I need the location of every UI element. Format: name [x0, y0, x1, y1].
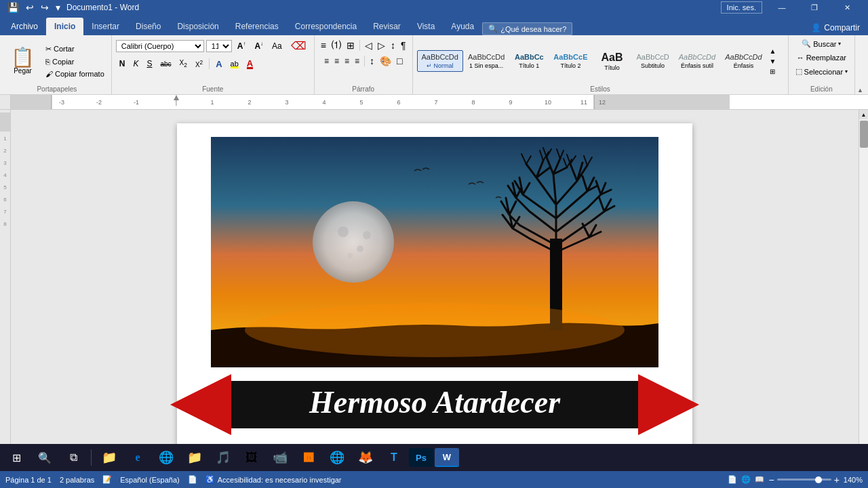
document-area[interactable]: Hermoso Atardecer [11, 110, 859, 471]
close-button[interactable]: ✕ [831, 0, 863, 15]
sign-in-button[interactable]: Inic. ses. [721, 1, 762, 14]
replace-button[interactable]: ↔ Reemplazar [794, 52, 849, 63]
minimize-button[interactable]: — [766, 0, 797, 15]
word-button[interactable]: W [435, 448, 459, 467]
page-info[interactable]: Página 1 de 1 [5, 476, 52, 484]
numbering-button[interactable]: ⑴ [330, 38, 343, 53]
tab-disposicion[interactable]: Disposición [169, 18, 226, 35]
video-button[interactable]: 📹 [267, 445, 294, 470]
ribbon-collapse-button[interactable]: ▲ [855, 86, 865, 94]
photoshop-button[interactable]: Ps [409, 448, 433, 467]
align-right-button[interactable]: ≡ [342, 55, 351, 67]
tab-inicio[interactable]: Inicio [46, 18, 83, 35]
track-changes-icon[interactable]: 📄 [188, 475, 197, 484]
accessibility-status[interactable]: ♿ Accesibilidad: es necesario investigar [205, 475, 342, 484]
image-container[interactable]: Hermoso Atardecer [211, 137, 658, 442]
spell-check-icon[interactable]: 📝 [102, 475, 112, 484]
find-dropdown-icon[interactable]: ▾ [838, 41, 841, 47]
music-button[interactable]: 🎵 [210, 445, 237, 470]
audacity-button[interactable]: 🅰 [295, 445, 322, 470]
tab-correspondencia[interactable]: Correspondencia [287, 18, 365, 35]
line-spacing-button[interactable]: ↕ [368, 54, 376, 68]
format-painter-button[interactable]: 🖌 Copiar formato [43, 68, 107, 79]
help-search-box[interactable]: 🔍 ¿Qué desea hacer? [482, 22, 572, 35]
font-size-select[interactable]: 11 [206, 40, 232, 52]
shading-button[interactable]: 🎨 [378, 54, 393, 68]
style-title2[interactable]: AaBbCcE Título 2 [549, 50, 592, 71]
zoom-slider[interactable] [777, 479, 831, 481]
save-icon[interactable]: 💾 [5, 2, 21, 13]
subscript-button[interactable]: X2 [176, 58, 191, 70]
tab-referencias[interactable]: Referencias [227, 18, 287, 35]
italic-button[interactable]: K [130, 58, 142, 70]
styles-scroll-up[interactable]: ▲ [768, 46, 778, 56]
superscript-button[interactable]: X2 [192, 58, 206, 70]
view-web-icon[interactable]: 🌐 [741, 475, 751, 484]
select-button[interactable]: ⬚ Seleccionar ▾ [793, 66, 850, 77]
scroll-thumb[interactable] [860, 121, 868, 148]
zoom-in-button[interactable]: + [834, 474, 840, 485]
cut-button[interactable]: ✂ Cortar [43, 43, 107, 55]
tab-insertar[interactable]: Insertar [83, 18, 127, 35]
restore-button[interactable]: ❐ [799, 0, 830, 15]
firefox-button[interactable]: 🦊 [352, 445, 379, 470]
view-read-icon[interactable]: 📖 [755, 475, 764, 484]
browser2-button[interactable]: 🌐 [323, 445, 351, 470]
style-subtitle[interactable]: AaBbCcD Subtitulo [631, 50, 673, 71]
grow-font-button[interactable]: A↑ [234, 39, 250, 52]
file-explorer-button[interactable]: 📁 [96, 445, 123, 470]
zoom-out-button[interactable]: − [768, 474, 774, 485]
edge-browser-button[interactable]: e [124, 445, 151, 470]
folder-button[interactable]: 📁 [181, 445, 208, 470]
zoom-slider-thumb[interactable] [815, 476, 822, 483]
bold-button[interactable]: N [116, 58, 129, 70]
copy-button[interactable]: ⎘ Copiar [43, 56, 107, 67]
text-effects-button[interactable]: A [212, 58, 225, 70]
tab-vista[interactable]: Vista [409, 18, 443, 35]
qat-more-icon[interactable]: ▾ [54, 2, 62, 13]
select-dropdown-icon[interactable]: ▾ [845, 68, 848, 75]
align-left-button[interactable]: ≡ [322, 55, 331, 67]
decrease-indent-button[interactable]: ◁ [363, 39, 374, 52]
scroll-up-arrow[interactable]: ▲ [859, 110, 869, 119]
borders-button[interactable]: □ [395, 54, 404, 68]
style-subtle-emph[interactable]: AaBbCcDd Énfasis sutil [674, 50, 720, 71]
start-button[interactable]: ⊞ [3, 445, 30, 470]
font-family-select[interactable]: Calibri (Cuerpo) [116, 40, 204, 52]
style-title[interactable]: AaB Título [592, 48, 631, 73]
photos-button[interactable]: 🖼 [238, 445, 265, 470]
tab-revisar[interactable]: Revisar [365, 18, 409, 35]
style-normal[interactable]: AaBbCcDd ↵ Normal [417, 50, 463, 71]
redo-icon[interactable]: ↪ [39, 2, 51, 13]
word-count[interactable]: 2 palabras [60, 476, 94, 484]
bullets-button[interactable]: ≡ [319, 39, 328, 52]
view-print-icon[interactable]: 📄 [728, 475, 737, 484]
style-title1[interactable]: AaBbCc Título 1 [509, 50, 549, 71]
paste-button[interactable]: 📋 Pegar [7, 45, 39, 77]
language[interactable]: Español (España) [120, 476, 179, 484]
sort-button[interactable]: ↕ [389, 39, 397, 52]
styles-scroll-down[interactable]: ▼ [768, 56, 778, 66]
strikethrough-button[interactable]: abc [157, 59, 174, 69]
search-button[interactable]: 🔍 [31, 445, 58, 470]
tab-diseno[interactable]: Diseño [127, 18, 169, 35]
zoom-level[interactable]: 140% [844, 476, 863, 484]
share-button[interactable]: 👤 Compartir [806, 20, 865, 35]
change-case-button[interactable]: Aa [269, 40, 285, 52]
styles-expand[interactable]: ⊞ [768, 66, 778, 77]
vertical-scrollbar[interactable]: ▲ ▼ [859, 110, 868, 471]
style-no-space[interactable]: AaBbCcDd 1 Sin espa... [463, 50, 509, 71]
clear-format-button[interactable]: ⌫ [288, 38, 310, 54]
tab-archivo[interactable]: Archivo [3, 18, 46, 35]
center-button[interactable]: ≡ [332, 55, 341, 67]
highlight-button[interactable]: ab [227, 58, 242, 70]
undo-icon[interactable]: ↩ [24, 2, 36, 13]
task-view-button[interactable]: ⧉ [60, 445, 87, 470]
show-hide-button[interactable]: ¶ [399, 39, 408, 52]
style-emphasis[interactable]: AaBbCcDd Énfasis [720, 50, 766, 71]
chrome-button[interactable]: 🌐 [153, 445, 180, 470]
twitter-button[interactable]: T [380, 445, 408, 470]
multilevel-button[interactable]: ⊞ [344, 39, 357, 52]
find-button[interactable]: 🔍 Buscar ▾ [799, 38, 844, 49]
justify-button[interactable]: ≡ [353, 55, 361, 67]
